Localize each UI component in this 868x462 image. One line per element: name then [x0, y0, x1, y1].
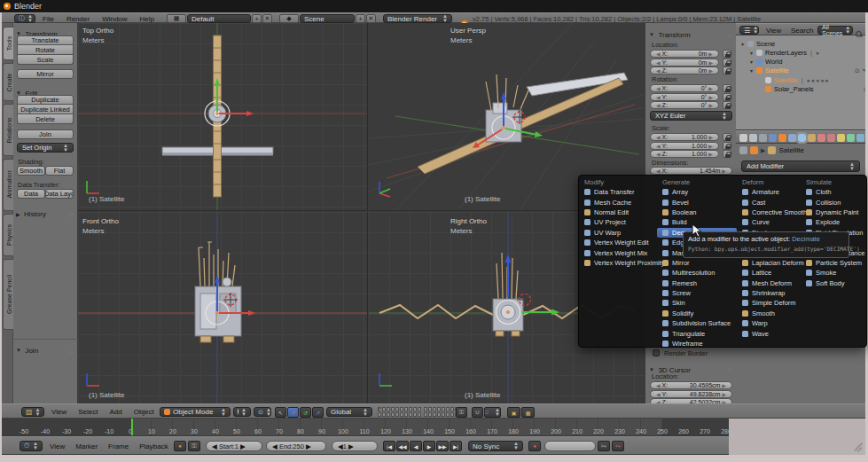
toolshelf-tab-create[interactable]: Create [3, 63, 13, 101]
sync-dropdown[interactable]: No Sync▲▼ [468, 441, 523, 451]
view3d-object-menu[interactable]: Object [134, 408, 154, 416]
material-tab-icon[interactable] [817, 134, 825, 142]
pivot-dropdown[interactable]: ⊙▲▼ [254, 407, 271, 417]
render-border-checkbox[interactable] [653, 349, 660, 356]
timeline-frame-menu[interactable]: Frame [108, 442, 129, 450]
layer-toggle[interactable] [433, 407, 436, 411]
viewport-front[interactable]: Front Ortho Meters (1) Satellite [78, 212, 368, 403]
info-render-menu[interactable]: Render [66, 15, 90, 23]
mirror-button[interactable]: Mirror [17, 69, 74, 79]
mode-dropdown[interactable]: Object Mode▲▼ [160, 407, 231, 417]
outliner-item-world[interactable]: ▾World [736, 58, 868, 67]
menu-item-solidify[interactable]: Solidify [657, 309, 737, 318]
info-window-menu[interactable]: Window [102, 15, 127, 23]
toolshelf-tab-relations[interactable]: Relations [3, 104, 13, 156]
delete-keyframe-button[interactable]: 🗝 [612, 441, 624, 451]
timeline-view-menu[interactable]: View [50, 442, 65, 450]
dimensions-x-field[interactable]: ◀ X:1.454m ▶ [650, 167, 732, 175]
menu-item-normal-edit[interactable]: Normal Edit [579, 208, 657, 217]
menu-item-uv-warp[interactable]: UV Warp [579, 228, 657, 238]
add-scene-button[interactable]: + [356, 14, 365, 23]
location-x-field[interactable]: ◀ X:0m ▶ [650, 50, 719, 58]
opengl-render-image-button[interactable]: ▣ [507, 407, 520, 418]
manipulator-pointer-toggle[interactable]: ↖ [275, 407, 286, 418]
menu-item-bevel[interactable]: Bevel [657, 197, 737, 207]
layer-toggle[interactable] [428, 407, 432, 411]
play-button[interactable]: ▶ [423, 441, 435, 451]
history-panel-title[interactable]: History [24, 210, 46, 218]
join-button[interactable]: Join [17, 129, 74, 139]
cursor-y-field[interactable]: ◀ Y:49.8238cm ▶ [650, 390, 732, 398]
restrict-view-icon[interactable]: ⊙ [855, 67, 860, 74]
delete-layout-button[interactable]: ✕ [262, 14, 272, 23]
outliner-item-satellite[interactable]: Satellite| ●●●●● [736, 75, 868, 84]
menu-item-smoke[interactable]: Smoke [801, 268, 866, 278]
outliner-view-menu[interactable]: View [766, 27, 781, 35]
toolshelf-tab-grease-pencil[interactable]: Grease Pencil [3, 259, 13, 330]
layer-toggle[interactable] [382, 407, 386, 411]
rotation-x-field[interactable]: ◀ X:0° ▶ [650, 84, 719, 92]
set-origin-dropdown[interactable]: Set Origin▲▼ [17, 143, 74, 153]
menu-item-mesh-deform[interactable]: Mesh Deform [737, 278, 801, 288]
layer-toggle[interactable] [413, 407, 417, 411]
snap-toggle[interactable]: U [472, 407, 483, 418]
menu-item-mesh-cache[interactable]: Mesh Cache [579, 197, 657, 207]
layer-toggle[interactable] [387, 412, 390, 417]
keying-set-field[interactable] [544, 441, 596, 451]
menu-item-wireframe[interactable]: Wireframe [657, 339, 737, 348]
layer-toggle[interactable] [418, 412, 421, 417]
translate-manipulator-toggle[interactable]: ↗ [287, 407, 299, 418]
view3d-select-menu[interactable]: Select [78, 408, 98, 416]
editor-type-button[interactable]: ▨▲▼ [21, 407, 44, 417]
scale-y-field[interactable]: ◀ Y:1.000 ▶ [650, 142, 719, 150]
insert-keyframe-button[interactable]: 🗝 [598, 441, 610, 451]
texture-tab-icon[interactable] [827, 134, 835, 142]
menu-item-particle-system[interactable]: Particle System [801, 258, 866, 268]
layer-toggle[interactable] [395, 407, 399, 411]
editor-context-icon[interactable] [739, 146, 747, 154]
outliner-item-satellite[interactable]: ▾Satellite⊙↖▣ [736, 67, 868, 75]
outliner-item-renderlayers[interactable]: ▾RenderLayers| ● [736, 48, 868, 57]
rotate-button[interactable]: Rotate [17, 45, 74, 55]
layer-toggle[interactable] [404, 407, 408, 411]
layer-toggle[interactable] [437, 412, 441, 417]
layer-toggle[interactable] [404, 412, 408, 417]
view3d-add-menu[interactable]: Add [109, 408, 121, 416]
info-help-menu[interactable]: Help [140, 15, 154, 23]
search-icon[interactable] [855, 30, 863, 38]
menu-item-array[interactable]: Array [657, 187, 737, 197]
opengl-render-anim-button[interactable]: ▩ [521, 407, 535, 418]
lock-icon[interactable] [723, 101, 731, 109]
render-layers-tab-icon[interactable] [749, 134, 757, 142]
layer-toggle[interactable] [387, 407, 390, 411]
layer-toggle[interactable] [446, 407, 450, 411]
lock-icon[interactable] [723, 84, 731, 92]
layer-toggle[interactable] [442, 412, 445, 417]
menu-item-wave[interactable]: Wave [737, 328, 801, 338]
duplicate-button[interactable]: Duplicate [17, 95, 74, 105]
menu-item-warp[interactable]: Warp [737, 318, 801, 328]
physics2-tab-icon[interactable] [856, 134, 864, 142]
layer-toggle[interactable] [391, 407, 395, 411]
menu-item-vertex-weight-mix[interactable]: Vertex Weight Mix [579, 247, 657, 257]
lock-icon[interactable] [723, 142, 731, 150]
data-layo-button[interactable]: Data Layo [45, 189, 74, 199]
menu-item-vertex-weight-edit[interactable]: Vertex Weight Edit [579, 238, 657, 247]
menu-item-cast[interactable]: Cast [737, 197, 801, 207]
layer-toggle[interactable] [409, 412, 412, 417]
layer-toggle[interactable] [395, 412, 399, 417]
lock-icon[interactable] [723, 67, 731, 74]
particles-tab-icon[interactable] [837, 134, 845, 142]
menu-item-triangulate[interactable]: Triangulate [657, 328, 737, 338]
viewport-top[interactable]: Top Ortho Meters (1) Satellite [78, 23, 368, 211]
auto-keyframe-toggle[interactable]: ● [528, 441, 541, 451]
scale-z-field[interactable]: ◀ Z:1.000 ▶ [650, 150, 719, 158]
timeline-marker-menu[interactable]: Marker [75, 442, 98, 450]
current-frame-indicator[interactable] [131, 419, 133, 436]
lock-icon[interactable] [723, 93, 731, 101]
layer-toggle[interactable] [442, 407, 445, 411]
scale-manipulator-toggle[interactable]: ↗ [312, 407, 324, 418]
menu-item-soft-body[interactable]: Soft Body [801, 278, 866, 288]
outliner-item-scene[interactable]: ▾Scene [736, 39, 868, 48]
menu-item-shrinkwrap[interactable]: Shrinkwrap [737, 288, 801, 298]
